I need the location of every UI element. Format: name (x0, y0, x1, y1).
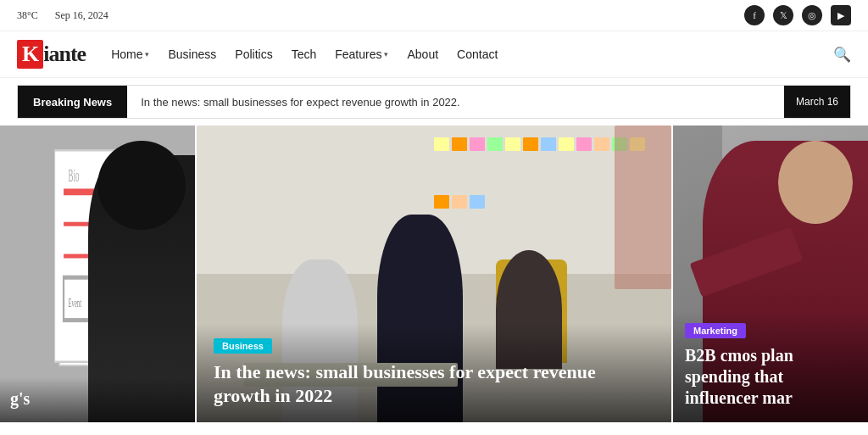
top-bar: 38°C Sep 16, 2024 f 𝕏 ◎ ▶ (0, 0, 868, 31)
social-icons: f 𝕏 ◎ ▶ (744, 5, 851, 25)
hero-section: Bio Event g's (0, 125, 868, 422)
nav-politics[interactable]: Politics (235, 47, 272, 61)
svg-text:Event: Event (69, 297, 82, 311)
nav-tech[interactable]: Tech (292, 47, 317, 61)
nav-features[interactable]: Features ▾ (335, 47, 388, 61)
nav-business[interactable]: Business (168, 47, 216, 61)
marketing-badge: Marketing (685, 323, 746, 338)
twitter-icon[interactable]: 𝕏 (773, 5, 793, 25)
business-badge: Business (214, 338, 272, 354)
top-bar-info: 38°C Sep 16, 2024 (17, 9, 108, 22)
youtube-icon[interactable]: ▶ (831, 5, 851, 25)
nav-about[interactable]: About (407, 47, 438, 61)
logo[interactable]: Kiante (17, 40, 86, 69)
breaking-news-bar: Breaking News In the news: small busines… (17, 85, 851, 119)
temperature: 38°C (17, 9, 38, 22)
hero-panel-right[interactable]: Marketing B2B cmos plan spending that in… (673, 125, 868, 422)
left-partial-title: g's (10, 389, 185, 409)
main-nav: Home ▾ Business Politics Tech Features ▾… (111, 46, 851, 64)
instagram-icon[interactable]: ◎ (802, 5, 822, 25)
logo-k: K (17, 40, 43, 69)
chevron-down-icon: ▾ (384, 50, 388, 59)
svg-text:Bio: Bio (69, 166, 80, 185)
facebook-icon[interactable]: f (744, 5, 765, 25)
breaking-text: In the news: small businesses for expect… (127, 96, 784, 109)
logo-rest: iante (43, 42, 86, 67)
search-button[interactable]: 🔍 (833, 46, 851, 64)
hero-panel-center[interactable]: Business In the news: small businesses f… (197, 125, 671, 422)
chevron-down-icon: ▾ (145, 50, 149, 59)
hero-panel-left[interactable]: Bio Event g's (0, 125, 195, 422)
breaking-label: Breaking News (18, 86, 127, 118)
nav-contact[interactable]: Contact (457, 47, 498, 61)
nav-home[interactable]: Home ▾ (111, 47, 149, 61)
header: Kiante Home ▾ Business Politics Tech Fea… (0, 31, 868, 78)
breaking-date: March 16 (784, 86, 850, 118)
right-article-title: B2B cmos plan spending that influencer m… (685, 345, 856, 409)
right-article-overlay: Marketing B2B cmos plan spending that in… (673, 310, 868, 422)
center-article-title: In the news: small businesses for expect… (214, 360, 654, 407)
date: Sep 16, 2024 (55, 9, 108, 22)
center-article-overlay: Business In the news: small businesses f… (197, 324, 671, 422)
left-article-overlay: g's (0, 377, 195, 422)
